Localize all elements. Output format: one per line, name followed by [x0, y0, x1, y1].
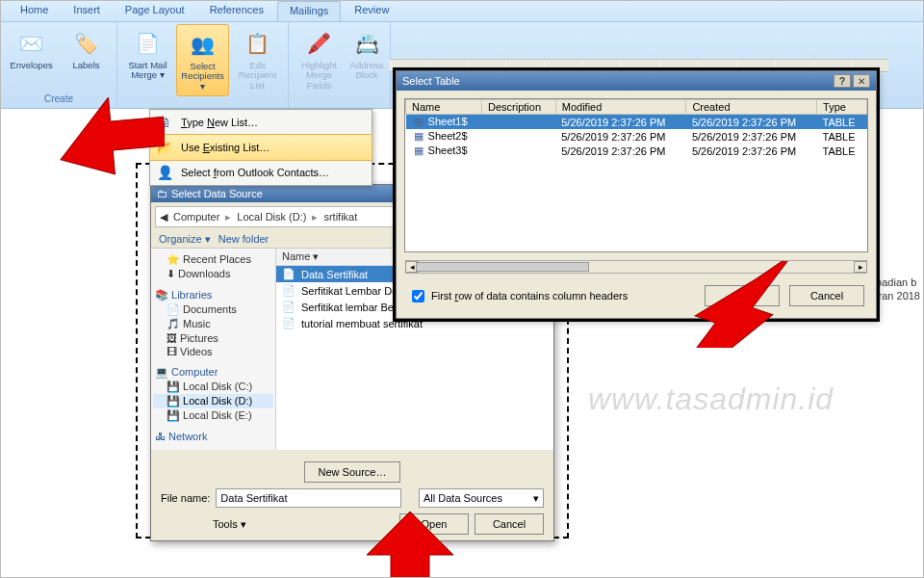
- first-row-checkbox[interactable]: First row of data contains column header…: [408, 287, 628, 305]
- select-recipients-menu: 🗎 Type New List… 📂 Use Existing List… 👤 …: [149, 109, 372, 186]
- filename-label: File name:: [161, 492, 210, 504]
- col-desc[interactable]: Description: [482, 100, 556, 115]
- mail-merge-icon: 📄: [133, 28, 164, 59]
- table-row[interactable]: ▦ Sheet1$ 5/26/2019 2:37:26 PM 5/26/2019…: [406, 115, 867, 130]
- tree-disk-c[interactable]: 💾 Local Disk (C:): [153, 380, 273, 394]
- group-create-label: Create: [5, 93, 113, 106]
- envelope-icon: ✉️: [16, 28, 47, 59]
- tab-pagelayout[interactable]: Page Layout: [114, 1, 196, 21]
- filename-input[interactable]: [216, 488, 401, 508]
- group-writeinsert: 🖍️ Highlight Merge Fields 📇 Address Bloc…: [289, 22, 391, 108]
- open-button[interactable]: Open: [399, 513, 469, 535]
- col-name[interactable]: Name: [406, 100, 482, 115]
- help-button[interactable]: ?: [834, 74, 851, 88]
- folder-icon: 🗀: [157, 188, 167, 199]
- col-created[interactable]: Created: [686, 100, 817, 115]
- document-text-fragment: ribadian bjaran 2018: [870, 276, 920, 303]
- select-recipients-button[interactable]: 👥 Select Recipients ▾: [176, 24, 229, 96]
- nav-tree: ⭐ Recent Places ⬇ Downloads 📚 Libraries …: [151, 249, 276, 450]
- start-mail-merge-button[interactable]: 📄 Start Mail Merge ▾: [121, 24, 174, 85]
- recipients-icon: 👥: [188, 29, 218, 60]
- tree-downloads[interactable]: ⬇ Downloads: [153, 267, 273, 281]
- ok-button[interactable]: OK: [705, 285, 780, 306]
- envelopes-button[interactable]: ✉️ Envelopes: [5, 24, 58, 74]
- labels-icon: 🏷️: [71, 28, 102, 59]
- new-list-icon: 🗎: [156, 114, 173, 131]
- tree-network[interactable]: 🖧 Network: [153, 429, 273, 443]
- tab-insert[interactable]: Insert: [62, 1, 112, 21]
- edit-recipient-list-button[interactable]: 📋 Edit Recipient List: [231, 24, 284, 94]
- watermark: www.tasadmin.id: [588, 381, 834, 417]
- new-source-button[interactable]: New Source…: [304, 461, 400, 483]
- address-icon: 📇: [351, 28, 382, 59]
- edit-list-icon: 📋: [243, 28, 273, 59]
- close-button[interactable]: ✕: [853, 74, 870, 88]
- tab-references[interactable]: References: [198, 1, 275, 21]
- tree-music[interactable]: 🎵 Music: [153, 317, 273, 331]
- chevron-down-icon: ▾: [533, 492, 539, 505]
- col-modified[interactable]: Modified: [555, 100, 686, 115]
- outlook-icon: 👤: [156, 164, 173, 181]
- tree-disk-d[interactable]: 💾 Local Disk (D:): [153, 394, 273, 408]
- sheet-icon: ▦: [412, 116, 425, 128]
- tab-home[interactable]: Home: [9, 1, 60, 21]
- highlight-merge-button[interactable]: 🖍️ Highlight Merge Fields: [293, 24, 346, 94]
- tree-recent[interactable]: ⭐ Recent Places: [153, 252, 273, 267]
- address-block-button[interactable]: 📇 Address Block: [347, 24, 386, 85]
- col-type[interactable]: Type: [817, 100, 867, 115]
- path-computer[interactable]: Computer: [173, 211, 219, 223]
- menu-type-new-list[interactable]: 🗎 Type New List…: [150, 110, 372, 135]
- scroll-thumb[interactable]: [416, 262, 589, 272]
- labels-button[interactable]: 🏷️ Labels: [60, 24, 113, 74]
- tree-pictures[interactable]: 🖼 Pictures: [153, 331, 273, 345]
- organize-button[interactable]: Organize ▾: [159, 233, 211, 246]
- highlight-icon: 🖍️: [304, 28, 335, 59]
- path-folder[interactable]: srtifikat: [323, 211, 357, 223]
- tree-videos[interactable]: 🎞 Videos: [153, 345, 273, 358]
- tab-review[interactable]: Review: [343, 1, 400, 21]
- sheet-icon: ▦: [412, 144, 425, 157]
- select-table-title: Select Table ? ✕: [397, 71, 876, 91]
- existing-list-icon: 📂: [156, 139, 173, 156]
- sheet-icon: ▦: [412, 130, 425, 143]
- cancel-button-st[interactable]: Cancel: [789, 285, 864, 306]
- table-row[interactable]: ▦ Sheet3$ 5/26/2019 2:37:26 PM 5/26/2019…: [406, 144, 867, 158]
- ribbon-tab-strip: Home Insert Page Layout References Maili…: [1, 1, 923, 22]
- horizontal-scrollbar[interactable]: ◂ ▸: [405, 260, 867, 274]
- back-icon[interactable]: ◀: [160, 211, 167, 223]
- filter-dropdown[interactable]: All Data Sources▾: [419, 488, 544, 508]
- path-disk[interactable]: Local Disk (D:): [237, 211, 306, 223]
- table-list: Name Description Modified Created Type ▦…: [404, 98, 868, 252]
- tools-dropdown[interactable]: Tools ▾: [213, 518, 246, 531]
- cancel-button-ds[interactable]: Cancel: [475, 513, 544, 535]
- tree-disk-e[interactable]: 💾 Local Disk (E:): [153, 408, 273, 423]
- menu-use-existing[interactable]: 📂 Use Existing List…: [149, 134, 372, 161]
- scroll-right-icon[interactable]: ▸: [854, 261, 867, 273]
- tree-documents[interactable]: 📄 Documents: [153, 302, 273, 317]
- tab-mailings[interactable]: Mailings: [277, 1, 341, 21]
- table-row[interactable]: ▦ Sheet2$ 5/26/2019 2:37:26 PM 5/26/2019…: [406, 129, 867, 144]
- tree-libraries[interactable]: 📚 Libraries: [153, 287, 273, 302]
- new-folder-button[interactable]: New folder: [218, 233, 270, 246]
- tree-computer[interactable]: 💻 Computer: [153, 364, 273, 380]
- select-table-dialog: Select Table ? ✕ Name Description Modifi…: [396, 70, 877, 319]
- group-create: ✉️ Envelopes 🏷️ Labels Create: [1, 22, 117, 108]
- menu-outlook-contacts[interactable]: 👤 Select from Outlook Contacts…: [150, 160, 372, 185]
- first-row-checkbox-input[interactable]: [412, 290, 424, 302]
- group-startmerge: 📄 Start Mail Merge ▾ 👥 Select Recipients…: [117, 22, 289, 108]
